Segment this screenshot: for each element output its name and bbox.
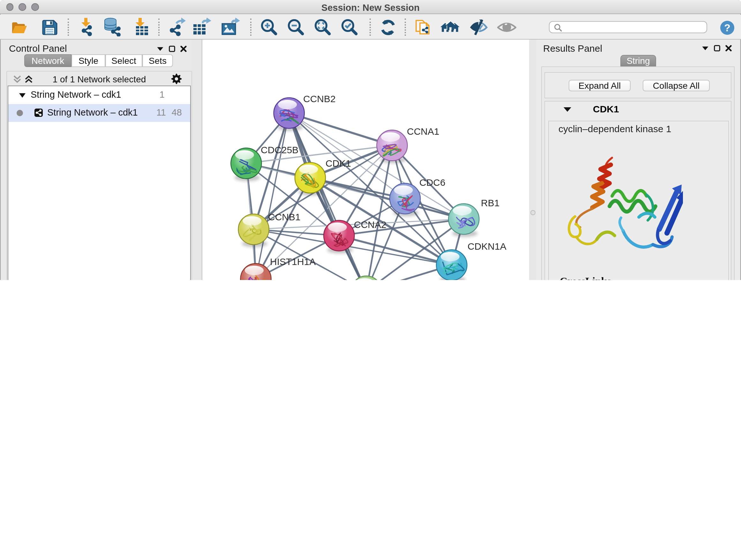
svg-text:?: ?: [724, 22, 731, 33]
